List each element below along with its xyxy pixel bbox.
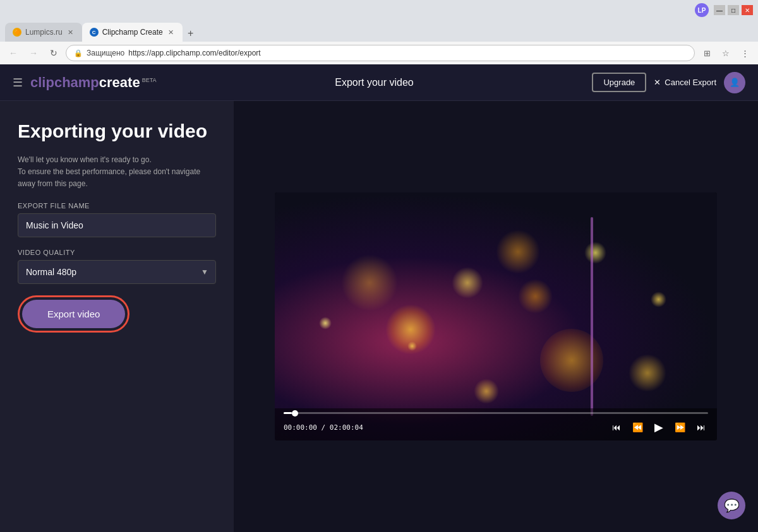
- browser-actions: ⊞ ☆ ⋮: [699, 45, 753, 61]
- exporting-title: Exporting your video: [18, 120, 216, 143]
- tab-lumpics[interactable]: 🔶 Lumpics.ru ✕: [5, 23, 82, 42]
- video-preview: 00:00:00 / 02:00:04 ⏮ ⏪ ▶ ⏩ ⏭: [275, 192, 717, 441]
- browser-chrome: LP — □ ✕ 🔶 Lumpics.ru ✕ C Clipchamp Crea…: [0, 0, 758, 64]
- play-button[interactable]: ▶: [652, 419, 666, 435]
- cancel-x-icon: ✕: [654, 78, 661, 87]
- chat-icon: 💬: [724, 498, 740, 513]
- logo-clipchamp: clipchamp: [30, 74, 99, 91]
- exporting-subtitle: We'll let you know when it's ready to go…: [18, 154, 216, 191]
- logo-beta: BETA: [142, 77, 157, 83]
- user-initial: 👤: [730, 78, 740, 87]
- hamburger-button[interactable]: ☰: [13, 76, 23, 90]
- bookmark-icon[interactable]: ☆: [718, 45, 734, 61]
- tab-lumpics-close[interactable]: ✕: [66, 28, 75, 37]
- video-background: [275, 192, 717, 441]
- rewind-button[interactable]: ⏪: [630, 421, 646, 434]
- lock-label: Защищено: [87, 49, 124, 57]
- progress-fill: [284, 412, 292, 414]
- file-name-field: Export File Name: [18, 202, 216, 237]
- tab-lumpics-label: Lumpics.ru: [25, 28, 63, 37]
- progress-bar[interactable]: [284, 412, 708, 414]
- file-name-input[interactable]: [18, 213, 216, 237]
- fast-forward-button[interactable]: ⏩: [672, 421, 688, 434]
- address-text: https://app.clipchamp.com/editor/export: [128, 49, 260, 57]
- title-bar: LP — □ ✕: [0, 0, 758, 20]
- window-controls: — □ ✕: [714, 5, 753, 15]
- app-container: ☰ clipchampcreateBETA Export your video …: [0, 64, 758, 532]
- export-button-wrapper: Export video: [18, 295, 129, 333]
- quality-label: Video Quality: [18, 249, 216, 256]
- header-actions: Upgrade ✕ Cancel Export 👤: [592, 72, 745, 93]
- address-bar[interactable]: 🔒 Защищено https://app.clipchamp.com/edi…: [66, 45, 695, 61]
- address-bar-row: ← → ↻ 🔒 Защищено https://app.clipchamp.c…: [0, 42, 758, 64]
- cancel-export-button[interactable]: ✕ Cancel Export: [654, 78, 716, 87]
- forward-button[interactable]: →: [25, 45, 42, 61]
- maximize-button[interactable]: □: [728, 5, 739, 15]
- tab-clipchamp[interactable]: C Clipchamp Create ✕: [82, 23, 183, 42]
- time-display: 00:00:00 / 02:00:04: [284, 423, 603, 432]
- quality-select-wrapper: Normal 480p High 720p Full HD 1080p ▼: [18, 260, 216, 284]
- app-logo: clipchampcreateBETA: [30, 74, 157, 91]
- quality-field: Video Quality Normal 480p High 720p Full…: [18, 249, 216, 284]
- cancel-label: Cancel Export: [665, 78, 716, 87]
- upgrade-button[interactable]: Upgrade: [592, 73, 646, 92]
- menu-icon[interactable]: ⋮: [737, 45, 753, 61]
- tab-clipchamp-label: Clipchamp Create: [102, 28, 163, 37]
- back-button[interactable]: ←: [5, 45, 21, 61]
- progress-handle[interactable]: [292, 410, 298, 417]
- close-button[interactable]: ✕: [742, 5, 753, 15]
- tabs-bar: 🔶 Lumpics.ru ✕ C Clipchamp Create ✕ +: [0, 20, 758, 42]
- file-name-label: Export File Name: [18, 202, 216, 210]
- lock-icon: 🔒: [74, 49, 83, 57]
- export-video-button[interactable]: Export video: [22, 300, 125, 328]
- header-title: Export your video: [157, 77, 593, 88]
- translate-icon[interactable]: ⊞: [699, 45, 715, 61]
- chat-widget[interactable]: 💬: [718, 492, 745, 519]
- refresh-button[interactable]: ↻: [45, 45, 62, 61]
- clipchamp-favicon: C: [90, 28, 99, 37]
- skip-to-start-button[interactable]: ⏮: [610, 421, 623, 434]
- left-panel: Exporting your video We'll let you know …: [0, 101, 234, 532]
- quality-select[interactable]: Normal 480p High 720p Full HD 1080p: [18, 260, 216, 284]
- logo-create: create: [99, 74, 140, 91]
- app-header: ☰ clipchampcreateBETA Export your video …: [0, 64, 758, 101]
- new-tab-button[interactable]: +: [183, 25, 199, 42]
- video-controls: 00:00:00 / 02:00:04 ⏮ ⏪ ▶ ⏩ ⏭: [275, 408, 717, 440]
- right-panel: 00:00:00 / 02:00:04 ⏮ ⏪ ▶ ⏩ ⏭ 💬: [234, 101, 758, 532]
- minimize-button[interactable]: —: [714, 5, 725, 15]
- main-content: Exporting your video We'll let you know …: [0, 101, 758, 532]
- controls-row: 00:00:00 / 02:00:04 ⏮ ⏪ ▶ ⏩ ⏭: [284, 419, 708, 435]
- skip-to-end-button[interactable]: ⏭: [694, 421, 708, 434]
- lumpics-favicon: 🔶: [13, 28, 21, 37]
- user-avatar[interactable]: 👤: [724, 72, 745, 93]
- chrome-user-avatar: LP: [695, 3, 709, 17]
- tab-clipchamp-close[interactable]: ✕: [167, 28, 175, 37]
